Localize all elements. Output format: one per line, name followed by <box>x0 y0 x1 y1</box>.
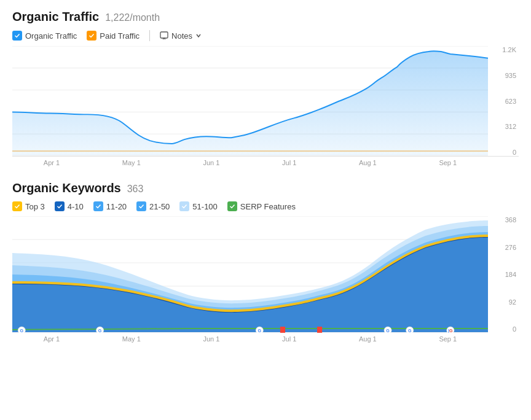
notes-label: Notes <box>171 31 192 41</box>
y-axis-traffic: 1.2K 935 623 312 0 <box>488 46 519 156</box>
svg-text:|G: |G <box>448 329 453 333</box>
51-100-label: 51-100 <box>192 202 217 211</box>
organic-traffic-title: Organic Traffic <box>12 10 99 24</box>
x-axis-traffic: Apr 1 May 1 Jun 1 Jul 1 Aug 1 Sep 1 <box>12 157 519 166</box>
svg-rect-20 <box>317 327 322 333</box>
chevron-down-icon <box>195 33 202 39</box>
svg-text:G: G <box>386 329 390 333</box>
legend-organic-traffic[interactable]: Organic Traffic <box>12 31 77 41</box>
organic-keywords-header: Organic Keywords 363 <box>12 181 519 195</box>
paid-traffic-label: Paid Traffic <box>100 31 140 41</box>
4-10-label: 4-10 <box>68 202 84 211</box>
organic-traffic-section: Organic Traffic 1,222/month Organic Traf… <box>12 10 519 166</box>
svg-text:G: G <box>408 329 412 333</box>
21-50-checkbox <box>136 201 146 211</box>
chart-area-2: G G G G G |G <box>12 216 488 333</box>
svg-text:G: G <box>98 329 102 333</box>
organic-traffic-checkbox <box>12 31 22 41</box>
organic-traffic-chart: 1.2K 935 623 312 0 <box>12 46 519 157</box>
notes-button[interactable]: Notes <box>160 31 202 41</box>
organic-keywords-value: 363 <box>127 184 144 195</box>
keywords-chart-svg: G G G G G |G <box>12 216 488 333</box>
legend-divider <box>149 30 150 41</box>
4-10-checkbox <box>55 201 65 211</box>
organic-keywords-title: Organic Keywords <box>12 181 121 195</box>
legend-11-20[interactable]: 11-20 <box>93 201 127 211</box>
top3-checkbox <box>12 201 22 211</box>
21-50-label: 21-50 <box>149 202 170 211</box>
legend-top3[interactable]: Top 3 <box>12 201 45 211</box>
11-20-label: 11-20 <box>106 202 127 211</box>
51-100-checkbox <box>179 201 189 211</box>
svg-text:G: G <box>20 329 24 333</box>
organic-keywords-legend: Top 3 4-10 11-20 21-50 51-100 <box>12 201 519 211</box>
svg-rect-0 <box>160 32 168 38</box>
legend-serp[interactable]: SERP Features <box>227 201 296 211</box>
11-20-checkbox <box>93 201 103 211</box>
organic-traffic-legend: Organic Traffic Paid Traffic Notes <box>12 30 519 41</box>
serp-label: SERP Features <box>240 202 296 211</box>
traffic-chart-svg <box>12 46 488 156</box>
svg-text:G: G <box>258 329 262 333</box>
organic-traffic-header: Organic Traffic 1,222/month <box>12 10 519 24</box>
organic-traffic-label: Organic Traffic <box>25 31 77 41</box>
organic-keywords-chart: G G G G G |G <box>12 216 519 333</box>
x-axis-keywords: Apr 1 May 1 Jun 1 Jul 1 Aug 1 Sep 1 <box>12 333 519 343</box>
paid-traffic-checkbox <box>87 31 96 41</box>
legend-4-10[interactable]: 4-10 <box>55 201 84 211</box>
legend-21-50[interactable]: 21-50 <box>136 201 170 211</box>
svg-rect-19 <box>280 327 285 333</box>
notes-icon <box>160 31 168 40</box>
y-axis-keywords: 368 276 184 92 0 <box>488 216 519 333</box>
top3-label: Top 3 <box>25 202 45 211</box>
legend-51-100[interactable]: 51-100 <box>179 201 217 211</box>
chart-area-1 <box>12 46 488 156</box>
serp-checkbox <box>227 201 237 211</box>
legend-paid-traffic[interactable]: Paid Traffic <box>87 31 140 41</box>
organic-traffic-value: 1,222/month <box>105 12 160 23</box>
organic-keywords-section: Organic Keywords 363 Top 3 4-10 11-20 <box>12 181 519 343</box>
